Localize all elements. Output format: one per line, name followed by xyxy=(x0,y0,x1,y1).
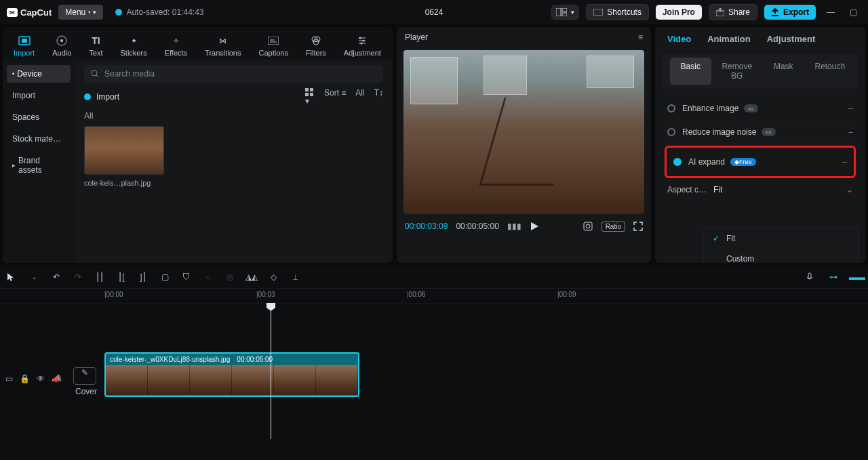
svg-rect-25 xyxy=(310,88,313,91)
track-mute-icon[interactable]: 📣 xyxy=(52,374,62,383)
autosave-status: Auto-saved: 01:44:43 xyxy=(115,7,203,17)
svg-rect-10 xyxy=(268,37,279,45)
export-button[interactable]: Export xyxy=(764,5,816,20)
inspector-tab-adjustment[interactable]: Adjustment xyxy=(767,34,816,44)
aspect-dropdown: ✓FitCustom16:94:32.35:12:11.85:19:163:45… xyxy=(703,228,859,263)
link-toggle[interactable]: ▬▬ xyxy=(849,272,861,282)
svg-point-20 xyxy=(363,40,365,42)
scan-icon[interactable] xyxy=(583,221,593,232)
pointer-tool[interactable] xyxy=(7,272,19,282)
play-button[interactable] xyxy=(530,222,539,231)
inspector-panel: Video Animation Adjustment Basic Remove … xyxy=(655,27,865,263)
sidebar-item-stock[interactable]: Stock mate… xyxy=(7,130,71,148)
svg-rect-2 xyxy=(562,13,567,16)
tab-import[interactable]: Import xyxy=(5,31,43,60)
split-right-tool[interactable]: ]⎮ xyxy=(137,272,149,282)
media-thumbnail[interactable]: cole-keis…plash.jpg xyxy=(84,126,164,187)
row-aspect-ratio[interactable]: Aspect c… Fit ⌄ xyxy=(665,180,856,200)
mirror-tool[interactable]: ◮◭ xyxy=(245,272,258,282)
tab-captions[interactable]: Captions xyxy=(250,31,296,60)
layout-button[interactable]: ▾ xyxy=(551,5,579,20)
join-pro-button[interactable]: Join Pro xyxy=(656,5,702,20)
tab-effects[interactable]: ✧Effects xyxy=(157,31,195,60)
track-visibility-icon[interactable]: ▭ xyxy=(5,374,13,383)
crop-tool[interactable]: ▢ xyxy=(159,272,171,282)
timeline-toolbar: ⌄ ↶ ↷ ⎮⎮ ⎮[ ]⎮ ▢ ⛉ ○ ◎ ◮◭ ◇ ⟂ ⊶ ▬▬ xyxy=(0,266,868,289)
svg-rect-3 xyxy=(593,9,603,16)
svg-rect-1 xyxy=(562,8,567,12)
svg-point-19 xyxy=(359,37,361,39)
tab-audio[interactable]: Audio xyxy=(44,31,79,60)
project-title[interactable]: 0624 xyxy=(425,7,443,17)
disabled-2: ◎ xyxy=(224,272,236,282)
row-enhance-image[interactable]: Enhance image ▭– xyxy=(665,97,856,121)
shortcuts-button[interactable]: Shortcuts xyxy=(586,4,649,20)
subtab-retouch[interactable]: Retouch xyxy=(810,58,851,85)
import-button[interactable]: Import xyxy=(84,92,119,102)
track-area[interactable]: ▭ 🔒 👁 📣 ✎Cover cole-keister-_w0XKDuLj88-… xyxy=(0,304,868,439)
shield-tool[interactable]: ⛉ xyxy=(180,272,193,282)
maximize-button[interactable]: ▢ xyxy=(846,7,861,17)
timeline-clip[interactable]: cole-keister-_w0XKDuLj88-unsplash.jpg00:… xyxy=(104,352,359,397)
dropdown-item-Fit[interactable]: ✓Fit xyxy=(703,228,858,249)
svg-rect-29 xyxy=(584,222,592,230)
sidebar-item-brand[interactable]: ▸Brand assets xyxy=(7,152,71,179)
tab-text[interactable]: TIText xyxy=(81,31,111,60)
svg-marker-28 xyxy=(531,222,538,230)
tab-transitions[interactable]: ⋈Transitions xyxy=(197,31,249,60)
row-ai-expand[interactable]: AI expand ◆ Free– xyxy=(671,150,850,173)
view-grid-button[interactable]: ▾ xyxy=(305,88,315,106)
svg-rect-26 xyxy=(305,93,309,96)
filter-all-button[interactable]: All xyxy=(355,88,364,106)
disabled-1: ○ xyxy=(202,272,214,282)
fullscreen-button[interactable] xyxy=(633,222,643,231)
text-options-button[interactable]: T↕ xyxy=(374,88,383,106)
svg-rect-24 xyxy=(305,88,309,91)
mic-button[interactable] xyxy=(806,272,818,282)
video-preview[interactable] xyxy=(403,50,644,214)
inspector-tab-video[interactable]: Video xyxy=(667,34,691,44)
svg-rect-7 xyxy=(22,39,27,43)
subtab-basic[interactable]: Basic xyxy=(670,58,711,85)
player-title: Player xyxy=(405,33,428,42)
sidebar-item-device[interactable]: •Device xyxy=(7,65,71,83)
dropdown-item-Custom[interactable]: Custom xyxy=(703,249,858,263)
share-button[interactable]: Share xyxy=(709,4,757,20)
split-left-tool[interactable]: ⎮[ xyxy=(115,272,127,282)
tab-filters[interactable]: Filters xyxy=(298,31,334,60)
svg-rect-31 xyxy=(808,273,811,278)
sidebar-item-import[interactable]: Import xyxy=(7,87,71,104)
menu-button[interactable]: Menu•▾ xyxy=(58,5,103,20)
ratio-button[interactable]: Ratio xyxy=(601,222,625,232)
timecode-current: 00:00:03:09 xyxy=(405,222,448,231)
sort-button[interactable]: Sort ≡ xyxy=(324,88,346,106)
pointer-chevron[interactable]: ⌄ xyxy=(28,274,41,280)
tab-adjustment[interactable]: Adjustment xyxy=(336,31,389,60)
undo-button[interactable]: ↶ xyxy=(50,272,62,282)
columns-icon[interactable]: ▮▮▮ xyxy=(507,222,521,231)
split-tool[interactable]: ⎮⎮ xyxy=(94,272,106,282)
track-eye-icon[interactable]: 👁 xyxy=(37,374,45,383)
playhead[interactable] xyxy=(271,304,271,439)
cover-button[interactable]: ✎Cover xyxy=(73,367,99,396)
media-sidebar: •Device Import Spaces Stock mate… ▸Brand… xyxy=(3,60,75,263)
sidebar-item-spaces[interactable]: Spaces xyxy=(7,108,71,126)
track-lock-icon[interactable]: 🔒 xyxy=(20,374,30,383)
search-input[interactable]: Search media xyxy=(84,65,383,83)
magnet-toggle[interactable]: ⊶ xyxy=(827,272,840,282)
section-label: All xyxy=(84,111,383,121)
rotate-tool[interactable]: ◇ xyxy=(267,272,279,282)
timeline-ruler[interactable]: |00:00 |00:03 |00:06 |00:09 xyxy=(0,289,868,304)
player-menu-icon[interactable]: ≡ xyxy=(638,33,643,42)
minimize-button[interactable]: — xyxy=(823,7,839,17)
subtab-mask[interactable]: Mask xyxy=(763,58,804,85)
inspector-tab-animation[interactable]: Animation xyxy=(707,34,751,44)
svg-rect-0 xyxy=(556,8,561,16)
svg-point-30 xyxy=(586,224,590,228)
timeline-panel: ⌄ ↶ ↷ ⎮⎮ ⎮[ ]⎮ ▢ ⛉ ○ ◎ ◮◭ ◇ ⟂ ⊶ ▬▬ |00:0… xyxy=(0,266,868,460)
subtab-removebg[interactable]: Remove BG xyxy=(717,58,758,85)
crop2-tool[interactable]: ⟂ xyxy=(289,272,301,282)
tab-stickers[interactable]: ✦Stickers xyxy=(113,31,155,60)
redo-button[interactable]: ↷ xyxy=(72,272,84,282)
row-reduce-noise[interactable]: Reduce image noise ▭– xyxy=(665,121,856,144)
